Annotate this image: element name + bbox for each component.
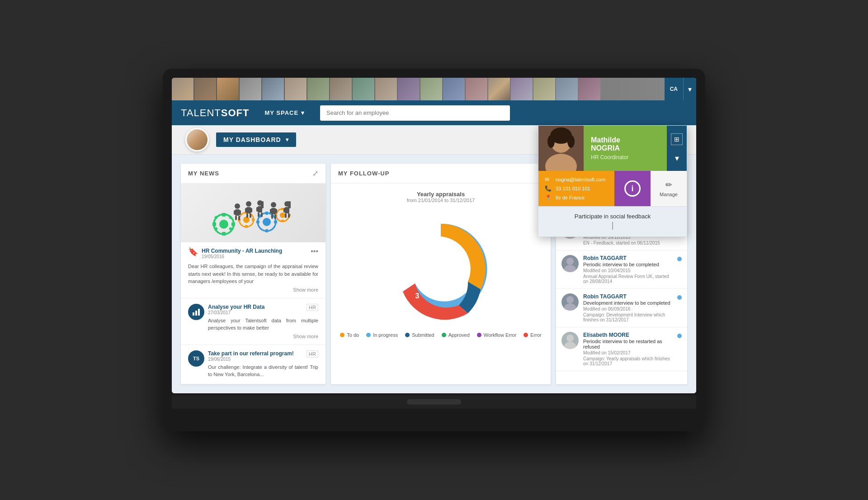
my-space-button[interactable]: MY SPACE ▾ <box>258 107 311 119</box>
contact-phone: 📞 33 101 010 101 <box>545 185 608 192</box>
svg-text:1: 1 <box>464 251 468 259</box>
action-meta2-5: Campaign: Yearly appraisals which finish… <box>583 356 673 366</box>
action-meta1-4: Modified on 06/09/2016 <box>583 307 673 311</box>
article-date-1: 19/05/2016 <box>202 254 282 259</box>
svg-point-81 <box>567 135 575 148</box>
face-18 <box>556 78 578 100</box>
news-article-hr-community: 🔖 HR Community - AR Launching 19/05/2016… <box>181 242 326 298</box>
svg-rect-52 <box>271 214 273 219</box>
legend-submitted: Submitted <box>405 332 434 338</box>
laptop-frame: CA ▾ TALENTSOFT MY SPACE ▾ MY DASHBOARD … <box>163 69 705 431</box>
bookmark-icon: 🔖 <box>188 247 198 257</box>
article-more-button-1[interactable]: ••• <box>311 248 318 255</box>
chart-main-title: Yearly appraisals <box>338 191 543 198</box>
faces-row <box>172 78 665 100</box>
info-circle-icon: i <box>624 180 641 197</box>
profile-chevron-down-icon[interactable]: ▾ <box>675 153 679 163</box>
svg-rect-13 <box>245 225 248 228</box>
screen: CA ▾ TALENTSOFT MY SPACE ▾ MY DASHBOARD … <box>172 78 696 393</box>
face-10 <box>375 78 397 100</box>
svg-rect-19 <box>265 229 268 232</box>
face-9 <box>353 78 374 100</box>
news-panel-header: MY NEWS ⤢ <box>181 164 326 184</box>
face-17 <box>533 78 555 100</box>
legend-inprogress: In progress <box>366 332 398 338</box>
edit-icon: ✏ <box>665 180 672 190</box>
dropdown-btn[interactable]: ▾ <box>683 78 696 100</box>
svg-rect-35 <box>238 216 240 220</box>
face-13 <box>443 78 465 100</box>
dashboard-selector[interactable]: MY DASHBOARD ▾ <box>216 132 296 147</box>
followup-panel-header: MY FOLLOW-UP ⤢ <box>331 164 551 184</box>
svg-rect-45 <box>261 201 264 208</box>
svg-point-36 <box>246 201 251 207</box>
profile-tile-icon[interactable]: ⊞ <box>671 133 683 145</box>
svg-rect-41 <box>250 213 251 218</box>
face-4 <box>240 78 261 100</box>
participate-social-feedback-button[interactable]: Participate in social feedback | <box>538 206 687 236</box>
dropdown-arrow-icon: ▾ <box>286 137 289 143</box>
profile-photo <box>538 126 584 171</box>
svg-point-74 <box>566 335 574 342</box>
svg-rect-34 <box>235 216 237 220</box>
employee-search-input[interactable] <box>320 105 510 121</box>
action-meta2-3: Annual Appraisal Review Form UK, started… <box>583 274 673 284</box>
manage-section[interactable]: ✏ Manage <box>651 171 687 206</box>
chart-title-area: Yearly appraisals from 21/01/2014 to 31/… <box>331 184 551 210</box>
svg-rect-61 <box>195 311 197 316</box>
gears-illustration <box>199 186 307 240</box>
face-19 <box>579 78 600 100</box>
show-more-1[interactable]: Show more <box>188 287 318 292</box>
article-tag-2[interactable]: HR <box>307 304 318 311</box>
svg-rect-58 <box>285 213 287 218</box>
laptop-bottom <box>172 395 696 409</box>
action-desc-4: Development interview to be completed <box>583 300 673 306</box>
svg-point-17 <box>263 218 271 226</box>
news-hero-image <box>181 184 326 242</box>
action-content-5: Elisabeth MOORE Periodic interview to be… <box>583 332 673 366</box>
trackpad <box>407 399 461 405</box>
followup-panel-title: MY FOLLOW-UP <box>338 170 389 177</box>
svg-rect-57 <box>288 201 291 208</box>
location-icon: 📍 <box>545 194 552 201</box>
avatar-photo-3 <box>561 255 579 272</box>
legend-dot-error <box>524 333 528 337</box>
news-expand-button[interactable]: ⤢ <box>312 169 318 178</box>
svg-point-73 <box>564 303 576 311</box>
svg-point-71 <box>564 265 576 272</box>
ts-icon: TS <box>188 350 204 367</box>
chart-subtitle: from 21/01/2014 to 31/12/2017 <box>338 198 543 203</box>
svg-rect-38 <box>245 208 248 212</box>
profile-photo-area <box>538 126 584 171</box>
article-title-3: Take part in our referral program! <box>208 350 294 357</box>
show-more-2[interactable]: Show more <box>208 334 318 339</box>
donut-chart-svg: 1 3 <box>377 215 504 323</box>
avatar-photo-5 <box>561 332 579 349</box>
avatar-robin-taggart-1 <box>561 255 579 272</box>
status-dot-4 <box>677 295 682 300</box>
svg-rect-51 <box>274 209 277 213</box>
action-item-robin-taggart-2[interactable]: Robin TAGGART Development interview to b… <box>556 289 687 327</box>
svg-point-1 <box>219 220 228 229</box>
svg-rect-2 <box>222 213 226 217</box>
avatar-robin-taggart-2 <box>561 293 579 311</box>
svg-rect-15 <box>252 218 255 221</box>
article-tag-3[interactable]: HR <box>307 350 318 358</box>
svg-rect-33 <box>238 210 241 215</box>
svg-point-11 <box>243 217 250 223</box>
action-meta2-2: EN - Feedback, started on 06/11/2015 <box>583 241 673 245</box>
svg-point-25 <box>280 212 285 218</box>
svg-point-63 <box>416 244 466 294</box>
action-meta2-4: Campaign: Development Interview which fi… <box>583 312 673 322</box>
profile-dropdown: Mathilde NOGRIA HR Coordinator ⊞ ▾ ✉ nog… <box>538 125 687 237</box>
face-1 <box>172 78 193 100</box>
action-item-elisabeth-moore[interactable]: Elisabeth MOORE Periodic interview to be… <box>556 327 687 371</box>
svg-rect-20 <box>256 221 259 223</box>
svg-rect-4 <box>212 222 216 226</box>
locale-indicator: CA <box>665 78 683 100</box>
article-date-2: 27/03/2017 <box>208 310 264 315</box>
action-item-robin-taggart-1[interactable]: Robin TAGGART Periodic interview to be c… <box>556 250 687 289</box>
profile-info-button[interactable]: i <box>614 171 651 206</box>
svg-rect-39 <box>250 208 252 212</box>
profile-top-row: Mathilde NOGRIA HR Coordinator ⊞ ▾ <box>538 126 687 171</box>
